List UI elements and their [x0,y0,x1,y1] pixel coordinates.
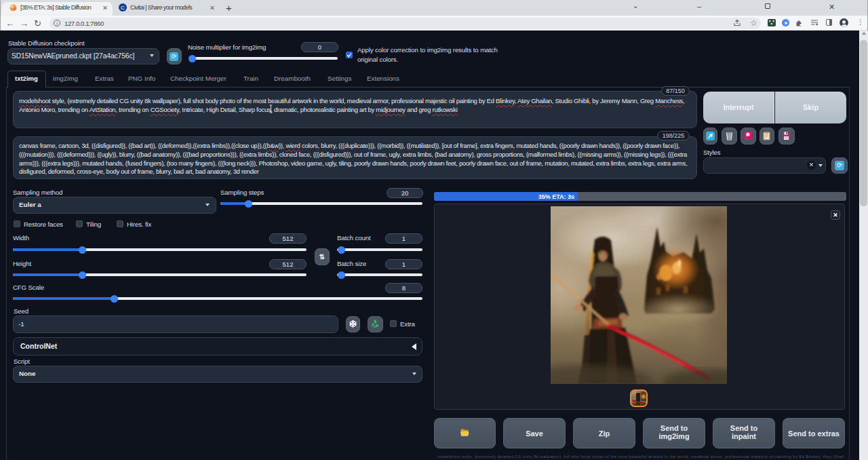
svg-text:C: C [121,5,125,11]
